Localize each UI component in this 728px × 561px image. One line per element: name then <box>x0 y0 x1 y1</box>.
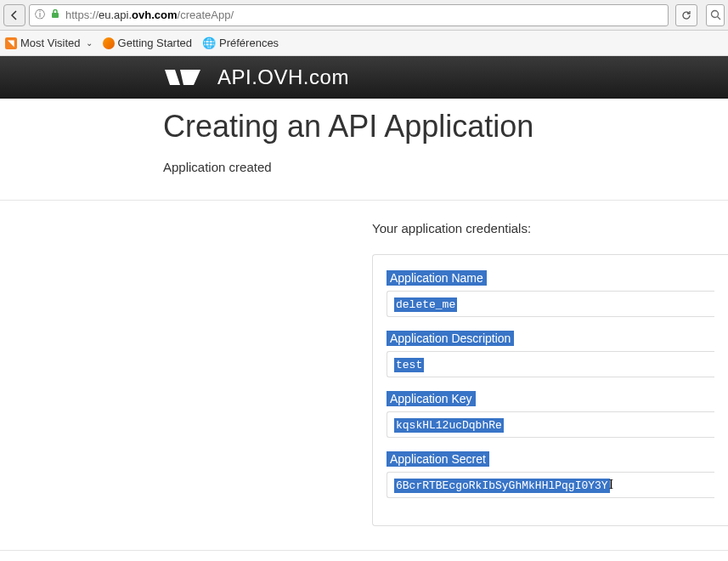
rss-icon: ◥ <box>5 37 17 49</box>
firefox-icon <box>103 37 115 49</box>
info-icon: ⓘ <box>35 8 45 22</box>
credentials-intro: Your application credentials: <box>372 221 728 235</box>
footer-separator <box>0 550 728 551</box>
bookmark-label: Most Visited <box>20 37 81 49</box>
bookmark-most-visited[interactable]: ◥ Most Visited ⌄ <box>5 37 93 49</box>
logo[interactable]: API.OVH.com <box>163 63 349 92</box>
bookmark-preferences[interactable]: 🌐 Préférences <box>202 37 279 50</box>
page-header: API.OVH.com <box>0 56 728 99</box>
app-desc-value[interactable]: test <box>394 358 424 372</box>
page-subtitle: Application created <box>163 160 728 174</box>
bookmark-getting-started[interactable]: Getting Started <box>103 37 192 49</box>
bookmark-label: Getting Started <box>118 37 192 49</box>
search-box[interactable] <box>706 4 725 26</box>
app-key-value-box: kqskHL12ucDqbhRe <box>387 411 714 438</box>
arrow-left-icon <box>8 9 20 21</box>
browser-toolbar: ⓘ https://eu.api.ovh.com/createApp/ <box>0 0 728 31</box>
credentials-section: Your application credentials: Applicatio… <box>0 201 728 526</box>
app-secret-value[interactable]: 6BcrRTBEcgoRkIbSyGhMkHHlPqgI0Y3Y <box>394 479 610 493</box>
app-name-value-box: delete_me <box>387 291 714 317</box>
bookmark-bar: ◥ Most Visited ⌄ Getting Started 🌐 Préfé… <box>0 31 728 56</box>
bookmark-label: Préférences <box>219 37 279 49</box>
svg-rect-0 <box>52 13 59 18</box>
brand-text: API.OVH.com <box>217 65 349 89</box>
credentials-panel: Application Name delete_me Application D… <box>372 254 728 526</box>
search-icon <box>710 9 721 20</box>
lock-icon <box>50 8 60 21</box>
app-secret-value-box: 6BcrRTBEcgoRkIbSyGhMkHHlPqgI0Y3Y <box>387 472 714 498</box>
svg-point-1 <box>711 11 718 18</box>
url-text: https://eu.api.ovh.com/createApp/ <box>65 8 663 21</box>
ovh-logo-icon <box>163 63 209 92</box>
app-key-value[interactable]: kqskHL12ucDqbhRe <box>394 418 504 433</box>
svg-line-2 <box>717 17 720 20</box>
reload-button[interactable] <box>675 4 697 26</box>
back-button[interactable] <box>3 4 25 26</box>
app-name-value[interactable]: delete_me <box>394 298 457 312</box>
page-title: Creating an API Application <box>163 109 728 144</box>
reload-icon <box>680 9 692 21</box>
app-desc-label: Application Description <box>387 331 514 346</box>
app-key-label: Application Key <box>387 391 476 406</box>
url-bar[interactable]: ⓘ https://eu.api.ovh.com/createApp/ <box>29 4 669 26</box>
app-secret-label: Application Secret <box>387 451 489 467</box>
chevron-down-icon: ⌄ <box>86 38 93 48</box>
globe-icon: 🌐 <box>202 37 216 50</box>
app-desc-value-box: test <box>387 351 714 377</box>
main-content: Creating an API Application Application … <box>0 99 728 174</box>
text-cursor-icon <box>612 479 612 491</box>
app-name-label: Application Name <box>387 270 487 286</box>
